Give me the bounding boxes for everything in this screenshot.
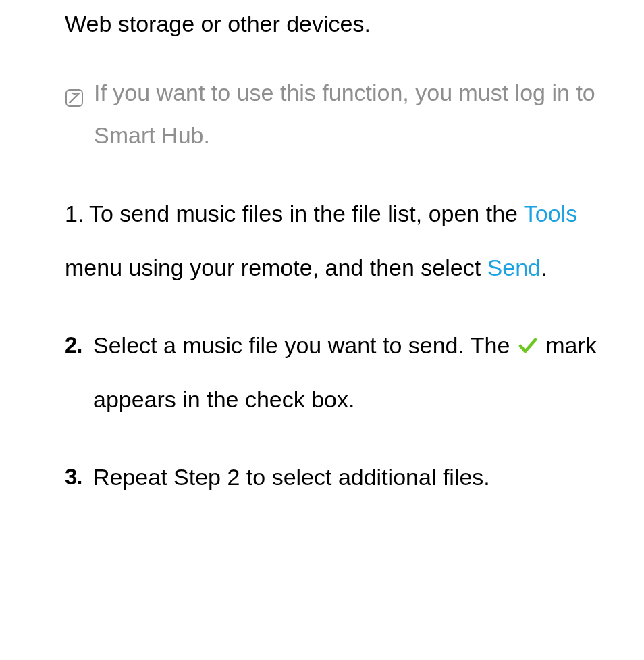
note-icon: [65, 78, 84, 97]
document-page: Web storage or other devices. If you wan…: [0, 4, 644, 525]
step-2: 2. Select a music file you want to send.…: [65, 319, 612, 427]
note-block: If you want to use this function, you mu…: [65, 72, 612, 157]
step-1-part1: To send music files in the file list, op…: [89, 201, 524, 226]
step-2-part1: Select a music file you want to send. Th…: [93, 332, 516, 358]
step-3-label: 3.: [65, 451, 93, 505]
note-text: If you want to use this function, you mu…: [94, 72, 612, 157]
checkmark-icon: [518, 320, 538, 338]
step-2-body: Select a music file you want to send. Th…: [93, 319, 612, 427]
step-1-part2: menu using your remote, and then select: [65, 255, 487, 280]
tools-highlight: Tools: [524, 201, 577, 226]
step-2-label: 2.: [65, 319, 93, 427]
step-3: 3. Repeat Step 2 to select additional fi…: [65, 451, 612, 505]
send-highlight: Send: [487, 255, 541, 280]
page-heading: Web storage or other devices.: [65, 4, 612, 43]
step-1: 1.To send music files in the file list, …: [65, 187, 612, 295]
step-3-text: Repeat Step 2 to select additional files…: [93, 451, 612, 505]
step-1-part3: .: [541, 255, 547, 280]
step-1-label: 1.: [65, 187, 89, 241]
